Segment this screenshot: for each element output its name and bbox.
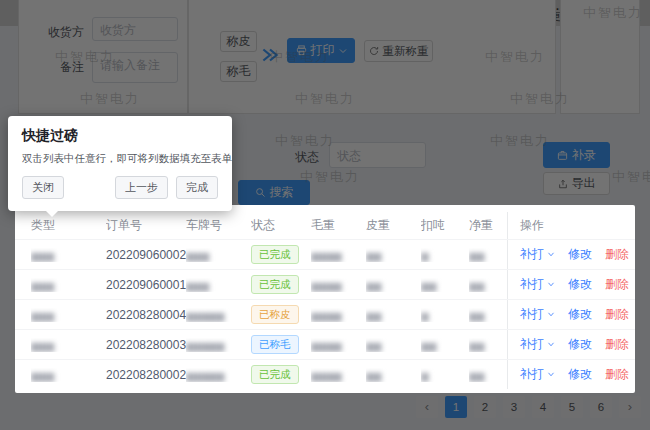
masked-type: ▆▆▆ bbox=[31, 250, 54, 261]
masked-net: ▆▆ bbox=[469, 370, 484, 381]
col-header-type: 类型 bbox=[31, 217, 106, 234]
status-badge: 已称毛 bbox=[251, 335, 299, 354]
col-header-status: 状态 bbox=[251, 217, 311, 234]
delete-link[interactable]: 删除 bbox=[605, 246, 629, 263]
tour-prev-button[interactable]: 上一步 bbox=[115, 176, 168, 199]
chevron-down-icon bbox=[547, 312, 555, 317]
masked-tare: ▆▆ bbox=[366, 250, 381, 261]
tour-finish-button[interactable]: 完成 bbox=[176, 176, 218, 199]
masked-deduct: ▆▆ bbox=[421, 280, 436, 291]
masked-plate: ▆▆▆ bbox=[186, 280, 209, 291]
app-screen: 计算器 语音播报 记事本 ? 新手引导 注册信息 … bbox=[0, 0, 650, 430]
masked-tare: ▆▆ bbox=[366, 280, 381, 291]
masked-gross: ▆▆▆▆ bbox=[311, 280, 342, 291]
delete-link[interactable]: 删除 bbox=[605, 336, 629, 353]
col-header-actions: 操作 bbox=[507, 212, 635, 239]
status-badge: 已完成 bbox=[251, 275, 299, 294]
masked-plate: ▆▆▆▆▆ bbox=[186, 370, 224, 381]
order-number: 202209060002 bbox=[106, 248, 186, 262]
status-badge: 已完成 bbox=[251, 365, 299, 384]
edit-link[interactable]: 修改 bbox=[568, 276, 592, 293]
col-header-net: 净重 bbox=[469, 217, 507, 234]
status-badge: 已完成 bbox=[251, 245, 299, 264]
chevron-down-icon bbox=[547, 282, 555, 287]
col-header-tare: 皮重 bbox=[366, 217, 421, 234]
edit-link[interactable]: 修改 bbox=[568, 246, 592, 263]
masked-net: ▆▆ bbox=[469, 280, 484, 291]
edit-link[interactable]: 修改 bbox=[568, 306, 592, 323]
delete-link[interactable]: 删除 bbox=[605, 366, 629, 383]
table-row[interactable]: ▆▆▆ 202209060001 ▆▆▆ 已完成 ▆▆▆▆ ▆▆ ▆▆ ▆▆ 补… bbox=[15, 269, 635, 299]
masked-type: ▆▆▆ bbox=[31, 370, 54, 381]
tour-popup-title: 快捷过磅 bbox=[22, 127, 218, 145]
masked-gross: ▆▆▆▆ bbox=[311, 310, 342, 321]
tour-popup-description: 双击列表中任意行，即可将列数据填充至表单 bbox=[22, 152, 218, 166]
order-number: 202208280003 bbox=[106, 338, 186, 352]
col-header-plate: 车牌号 bbox=[186, 217, 251, 234]
reprint-link[interactable]: 补打 bbox=[520, 366, 555, 383]
masked-gross: ▆▆▆▆ bbox=[311, 370, 342, 381]
order-number: 202208280004 bbox=[106, 308, 186, 322]
masked-type: ▆▆▆ bbox=[31, 340, 54, 351]
reprint-link[interactable]: 补打 bbox=[520, 336, 555, 353]
table-row[interactable]: ▆▆▆ 202208280002 ▆▆▆▆▆ 已完成 ▆▆▆▆ ▆▆ ▆ ▆▆ … bbox=[15, 359, 635, 389]
masked-gross: ▆▆▆▆ bbox=[311, 340, 342, 351]
table-header-row: 类型 订单号 车牌号 状态 毛重 皮重 扣吨 净重 操作 bbox=[15, 212, 635, 239]
masked-net: ▆▆ bbox=[469, 310, 484, 321]
masked-net: ▆▆ bbox=[469, 340, 484, 351]
edit-link[interactable]: 修改 bbox=[568, 366, 592, 383]
col-header-order: 订单号 bbox=[106, 217, 186, 234]
orders-table: 类型 订单号 车牌号 状态 毛重 皮重 扣吨 净重 操作 ▆▆▆ 2022090… bbox=[15, 205, 635, 393]
reprint-link[interactable]: 补打 bbox=[520, 246, 555, 263]
delete-link[interactable]: 删除 bbox=[605, 276, 629, 293]
masked-deduct: ▆ bbox=[421, 310, 429, 321]
masked-net: ▆▆ bbox=[469, 250, 484, 261]
col-header-deduct: 扣吨 bbox=[421, 217, 469, 234]
table-row[interactable]: ▆▆▆ 202209060002 ▆▆▆ 已完成 ▆▆▆▆ ▆▆ ▆ ▆▆ 补打… bbox=[15, 239, 635, 269]
chevron-down-icon bbox=[547, 342, 555, 347]
masked-deduct: ▆ bbox=[421, 250, 429, 261]
col-header-gross: 毛重 bbox=[311, 217, 366, 234]
masked-type: ▆▆▆ bbox=[31, 310, 54, 321]
order-number: 202209060001 bbox=[106, 278, 186, 292]
masked-deduct: ▆ bbox=[421, 370, 429, 381]
tour-popup-arrow bbox=[46, 211, 58, 217]
table-row[interactable]: ▆▆▆ 202208280003 ▆▆▆▆▆ 已称毛 ▆▆▆▆ ▆▆ ▆▆ ▆▆… bbox=[15, 329, 635, 359]
masked-plate: ▆▆▆ bbox=[186, 250, 209, 261]
status-badge: 已称皮 bbox=[251, 305, 299, 324]
masked-plate: ▆▆▆▆▆ bbox=[186, 340, 224, 351]
chevron-down-icon bbox=[547, 372, 555, 377]
masked-gross: ▆▆▆▆ bbox=[311, 250, 342, 261]
order-number: 202208280002 bbox=[106, 368, 186, 382]
masked-plate: ▆▆▆▆▆ bbox=[186, 310, 224, 321]
masked-tare: ▆▆ bbox=[366, 370, 381, 381]
masked-tare: ▆▆ bbox=[366, 310, 381, 321]
tour-close-button[interactable]: 关闭 bbox=[22, 176, 64, 199]
reprint-link[interactable]: 补打 bbox=[520, 306, 555, 323]
tour-popup: 快捷过磅 双击列表中任意行，即可将列数据填充至表单 关闭 上一步 完成 bbox=[8, 116, 232, 211]
chevron-down-icon bbox=[547, 252, 555, 257]
table-row[interactable]: ▆▆▆ 202208280004 ▆▆▆▆▆ 已称皮 ▆▆▆▆ ▆▆ ▆ ▆▆ … bbox=[15, 299, 635, 329]
masked-tare: ▆▆ bbox=[366, 340, 381, 351]
edit-link[interactable]: 修改 bbox=[568, 336, 592, 353]
masked-deduct: ▆▆ bbox=[421, 340, 436, 351]
masked-type: ▆▆▆ bbox=[31, 280, 54, 291]
delete-link[interactable]: 删除 bbox=[605, 306, 629, 323]
reprint-link[interactable]: 补打 bbox=[520, 276, 555, 293]
